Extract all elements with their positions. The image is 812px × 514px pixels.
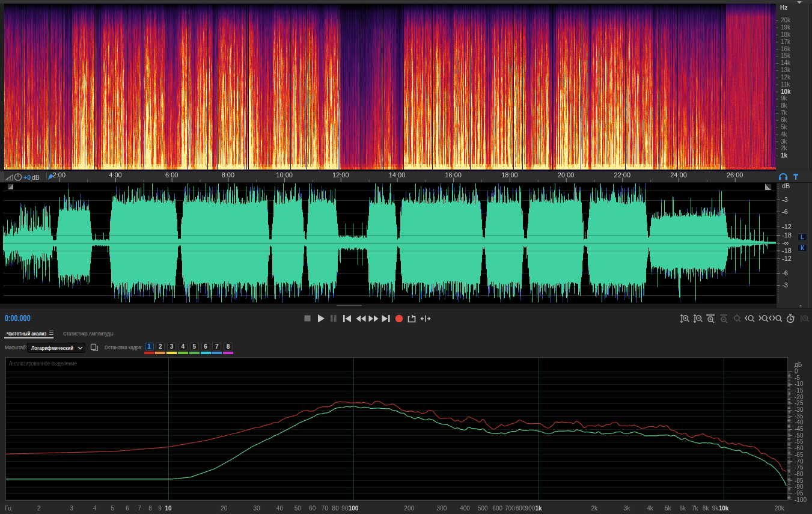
svg-text:+0: +0 [23, 174, 31, 181]
svg-text:dB: dB [32, 174, 40, 181]
